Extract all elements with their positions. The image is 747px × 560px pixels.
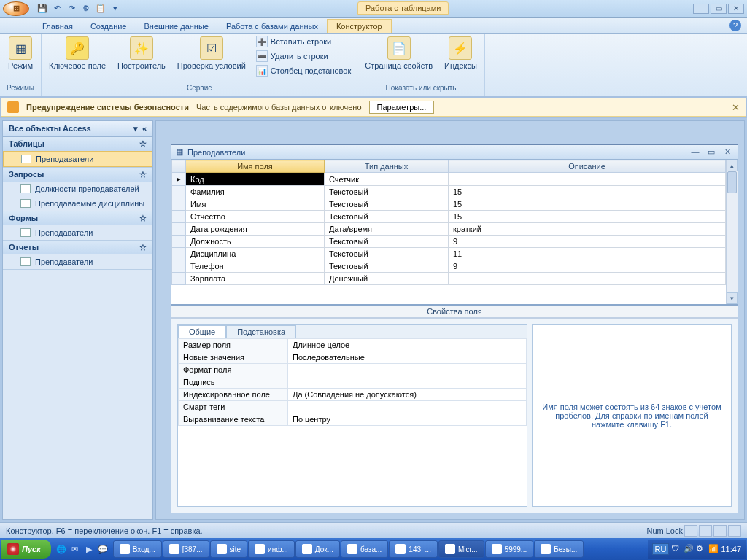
property-value[interactable]: По центру bbox=[288, 413, 527, 426]
office-button[interactable]: ⊞ bbox=[3, 1, 29, 16]
insert-rows-button[interactable]: ➕Вставить строки bbox=[255, 35, 352, 48]
data-type-cell[interactable]: Дата/время bbox=[325, 223, 449, 236]
security-close-button[interactable]: ✕ bbox=[732, 102, 740, 113]
nav-section-header[interactable]: Формы☆ bbox=[3, 211, 152, 225]
test-rules-button[interactable]: ☑Проверка условий bbox=[174, 35, 249, 71]
data-type-cell[interactable]: Счетчик bbox=[325, 173, 449, 186]
tray-icon[interactable]: 🛡 bbox=[671, 544, 681, 554]
scroll-thumb[interactable] bbox=[727, 171, 737, 193]
lang-indicator[interactable]: RU bbox=[652, 543, 670, 555]
taskbar-button[interactable]: Вход... bbox=[113, 540, 162, 558]
taskbar-button[interactable]: 143_... bbox=[389, 540, 438, 558]
data-type-cell[interactable]: Денежный bbox=[325, 273, 449, 285]
start-button[interactable]: Пуск bbox=[1, 540, 51, 559]
row-selector[interactable] bbox=[172, 273, 186, 285]
description-cell[interactable]: 9 bbox=[449, 236, 726, 248]
close-button[interactable]: ✕ bbox=[728, 4, 744, 14]
field-name-cell[interactable]: Дисциплина bbox=[186, 248, 325, 260]
field-name-cell[interactable]: Отчество bbox=[186, 211, 325, 223]
taskbar-button[interactable]: 5999... bbox=[485, 540, 534, 558]
data-type-cell[interactable]: Текстовый bbox=[325, 248, 449, 260]
row-selector[interactable] bbox=[172, 186, 186, 198]
nav-item[interactable]: Преподаватели bbox=[3, 225, 152, 240]
field-name-cell[interactable]: Дата рождения bbox=[186, 223, 325, 236]
vertical-scrollbar[interactable]: ▴ ▾ bbox=[726, 160, 738, 304]
tray-icon[interactable]: ⚙ bbox=[696, 544, 706, 554]
undo-icon[interactable]: ↶ bbox=[51, 3, 63, 15]
tab-home[interactable]: Главная bbox=[34, 20, 82, 33]
qat-dropdown-icon[interactable]: ▾ bbox=[109, 3, 121, 15]
row-selector[interactable] bbox=[172, 223, 186, 236]
field-name-cell[interactable]: Код bbox=[186, 173, 325, 186]
row-selector[interactable] bbox=[172, 198, 186, 211]
taskbar-button[interactable]: site bbox=[210, 540, 248, 558]
tray-icon[interactable]: 🔊 bbox=[684, 544, 694, 554]
row-selector[interactable] bbox=[172, 211, 186, 223]
data-type-cell[interactable]: Текстовый bbox=[325, 198, 449, 211]
data-type-cell[interactable]: Текстовый bbox=[325, 186, 449, 198]
indexes-button[interactable]: ⚡Индексы bbox=[441, 35, 480, 71]
qat-icon[interactable]: ⚙ bbox=[80, 3, 92, 15]
nav-section-header[interactable]: Отчеты☆ bbox=[3, 241, 152, 254]
field-name-cell[interactable]: Зарплата bbox=[186, 273, 325, 285]
ql-icon[interactable]: 🌐 bbox=[55, 541, 68, 557]
property-sheet-button[interactable]: 📄Страница свойств bbox=[362, 35, 436, 71]
taskbar-button[interactable]: Micr... bbox=[438, 540, 484, 558]
window-close-button[interactable]: ✕ bbox=[721, 147, 733, 158]
help-icon[interactable]: ? bbox=[729, 20, 741, 31]
field-name-cell[interactable]: Имя bbox=[186, 198, 325, 211]
taskbar-button[interactable]: Безы... bbox=[534, 540, 584, 558]
ql-icon[interactable]: ✉ bbox=[69, 541, 82, 557]
minimize-button[interactable]: — bbox=[693, 4, 709, 14]
tray-icon[interactable]: 📶 bbox=[708, 544, 719, 554]
data-type-cell[interactable]: Текстовый bbox=[325, 236, 449, 248]
description-cell[interactable] bbox=[449, 173, 726, 186]
view-design-icon[interactable] bbox=[728, 525, 741, 537]
security-options-button[interactable]: Параметры... bbox=[369, 101, 435, 114]
nav-section-header[interactable]: Запросы☆ bbox=[3, 168, 152, 182]
delete-rows-button[interactable]: ➖Удалить строки bbox=[255, 50, 352, 63]
window-minimize-button[interactable]: — bbox=[689, 147, 701, 158]
taskbar-button[interactable]: база... bbox=[341, 540, 388, 558]
view-pivot-icon[interactable] bbox=[699, 525, 712, 537]
view-chart-icon[interactable] bbox=[713, 525, 727, 537]
save-icon[interactable]: 💾 bbox=[36, 3, 48, 15]
chevron-down-icon[interactable]: ▾ « bbox=[133, 124, 147, 133]
property-value[interactable]: Последовательные bbox=[288, 351, 527, 364]
view-datasheet-icon[interactable] bbox=[684, 525, 697, 537]
redo-icon[interactable]: ↷ bbox=[66, 3, 77, 15]
taskbar-button[interactable]: [387... bbox=[163, 540, 209, 558]
property-value[interactable] bbox=[288, 376, 527, 389]
data-type-cell[interactable]: Текстовый bbox=[325, 211, 449, 223]
ql-icon[interactable]: ▶ bbox=[82, 541, 96, 557]
field-grid[interactable]: Имя поляТип данныхОписание▸КодСчетчикФам… bbox=[171, 160, 726, 304]
description-cell[interactable]: краткий bbox=[449, 223, 726, 236]
field-name-cell[interactable]: Должность bbox=[186, 236, 325, 248]
maximize-button[interactable]: ▭ bbox=[711, 4, 727, 14]
row-selector[interactable] bbox=[172, 236, 186, 248]
ql-icon[interactable]: 💬 bbox=[96, 541, 109, 557]
row-selector[interactable] bbox=[172, 260, 186, 273]
scroll-up-icon[interactable]: ▴ bbox=[727, 160, 738, 171]
description-cell[interactable]: 15 bbox=[449, 198, 726, 211]
property-value[interactable]: Длинное целое bbox=[288, 339, 527, 351]
tab-create[interactable]: Создание bbox=[82, 20, 136, 33]
nav-section-header[interactable]: Таблицы☆ bbox=[3, 137, 152, 151]
qat-icon[interactable]: 📋 bbox=[95, 3, 107, 15]
prop-tab-lookup[interactable]: Подстановка bbox=[226, 325, 296, 338]
nav-header[interactable]: Все объекты Access▾ « bbox=[3, 121, 152, 137]
field-name-cell[interactable]: Телефон bbox=[186, 260, 325, 273]
scroll-down-icon[interactable]: ▾ bbox=[727, 292, 738, 304]
tab-database[interactable]: Работа с базами данных bbox=[217, 20, 327, 33]
row-selector[interactable] bbox=[172, 248, 186, 260]
data-type-cell[interactable]: Текстовый bbox=[325, 260, 449, 273]
nav-item[interactable]: Преподаватели bbox=[3, 254, 152, 269]
description-cell[interactable]: 15 bbox=[449, 211, 726, 223]
prop-tab-general[interactable]: Общие bbox=[178, 325, 226, 338]
taskbar-button[interactable]: инф... bbox=[248, 540, 295, 558]
nav-item[interactable]: Преподаваемые дисциплины bbox=[3, 196, 152, 211]
property-value[interactable] bbox=[288, 364, 527, 376]
clock[interactable]: 11:47 bbox=[721, 545, 741, 553]
description-cell[interactable]: 15 bbox=[449, 186, 726, 198]
description-cell[interactable] bbox=[449, 273, 726, 285]
